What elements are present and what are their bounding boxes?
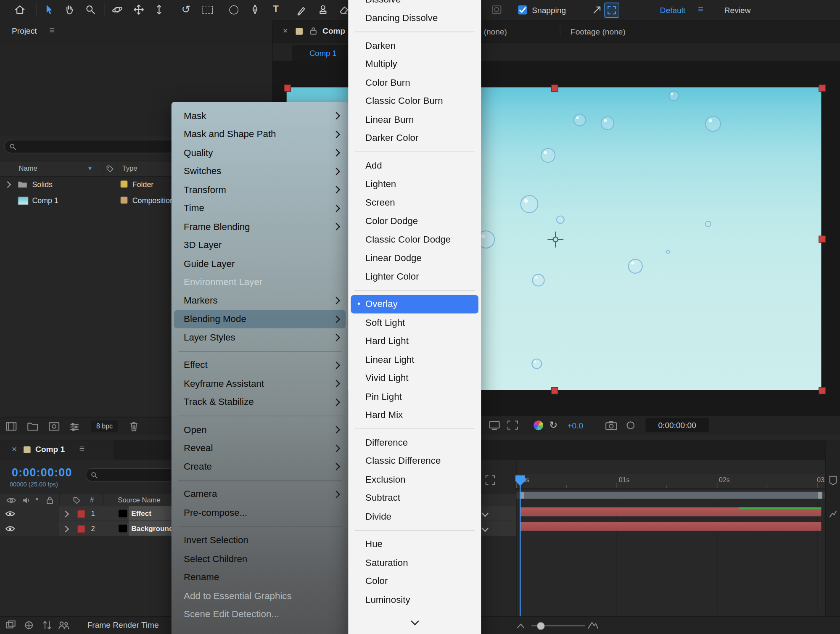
blend-mode-item[interactable]: Pin Light bbox=[351, 387, 478, 406]
shape-tool-button[interactable] bbox=[227, 3, 240, 16]
blend-mode-item[interactable]: Darken bbox=[351, 37, 478, 55]
blend-mode-item[interactable]: Difference bbox=[351, 433, 478, 452]
type-tool-button[interactable]: T bbox=[269, 2, 283, 16]
layer-menu-item[interactable]: Camera bbox=[172, 485, 348, 504]
layer-menu-item[interactable]: Switches bbox=[172, 162, 348, 180]
layer-menu-item[interactable]: Mask bbox=[172, 107, 348, 125]
workspace-menu-button[interactable]: ≡ bbox=[698, 4, 703, 16]
layer-menu-item[interactable]: Pre-compose... bbox=[172, 504, 348, 522]
blend-mode-item[interactable]: Screen bbox=[351, 193, 478, 212]
comp-marker-icon[interactable] bbox=[829, 476, 837, 486]
graph-editor-icon[interactable] bbox=[829, 510, 837, 518]
pen-tool-button[interactable] bbox=[248, 3, 262, 16]
brush-tool-button[interactable] bbox=[295, 3, 309, 16]
snapshot-camera-icon[interactable] bbox=[605, 420, 618, 431]
timeline-search-input[interactable] bbox=[86, 468, 175, 482]
selection-handle-bottom-right[interactable] bbox=[819, 387, 826, 394]
blend-mode-item[interactable]: Divide bbox=[351, 507, 478, 526]
blend-mode-item[interactable]: Hard Mix bbox=[351, 406, 478, 424]
source-name-column-header[interactable]: Source Name bbox=[118, 496, 160, 504]
layer-color-chip[interactable] bbox=[77, 525, 85, 533]
layer-menu-item[interactable]: Markers bbox=[172, 291, 348, 310]
work-area-end-handle[interactable] bbox=[818, 492, 822, 499]
panel-menu-button[interactable]: ≡ bbox=[49, 25, 55, 36]
blend-mode-item[interactable]: Hard Light bbox=[351, 332, 478, 350]
zoom-in-mountain-icon[interactable] bbox=[587, 620, 599, 630]
new-composition-icon[interactable] bbox=[48, 421, 60, 432]
show-snapshot-icon[interactable] bbox=[625, 420, 637, 431]
layer-menu-item[interactable]: Add to Essential Graphics bbox=[172, 586, 348, 605]
layer-menu-item[interactable]: Effect bbox=[172, 356, 348, 375]
layer-menu-item[interactable]: Create bbox=[172, 457, 348, 476]
zoom-tool-button[interactable] bbox=[84, 3, 98, 16]
bit-depth-button[interactable]: 8 bpc bbox=[91, 420, 118, 432]
submenu-scroll-down[interactable] bbox=[348, 614, 481, 628]
layer-menu-item[interactable]: Time bbox=[172, 199, 348, 217]
panel-menu-button[interactable]: ≡ bbox=[79, 444, 85, 454]
blend-mode-item[interactable]: Linear Dodge bbox=[351, 249, 478, 267]
layer-menu-item[interactable]: Guide Layer bbox=[172, 254, 348, 273]
layer-menu-item[interactable]: Mask and Shape Path bbox=[172, 125, 348, 144]
label-color-chip[interactable] bbox=[121, 197, 128, 204]
selection-handle-top-left[interactable] bbox=[284, 85, 291, 92]
composition-panel-tab[interactable]: Comp bbox=[322, 26, 345, 35]
expand-layers-icon[interactable] bbox=[5, 620, 16, 630]
blend-mode-item[interactable]: Darker Color bbox=[351, 129, 478, 147]
snap-along-edges-button[interactable] bbox=[590, 3, 604, 16]
interpret-footage-icon[interactable] bbox=[5, 421, 17, 432]
selection-handle-mid-right[interactable] bbox=[819, 236, 826, 243]
footage-panel-tab[interactable]: Footage (none) bbox=[571, 27, 626, 36]
blend-mode-item[interactable]: Saturation bbox=[351, 553, 478, 572]
layer-menu-item[interactable]: Blending Mode bbox=[174, 310, 346, 328]
timeline-current-time[interactable]: 0:00:00:00 bbox=[12, 466, 72, 479]
collaborators-icon[interactable] bbox=[58, 620, 70, 630]
dolly-camera-tool-button[interactable] bbox=[152, 3, 166, 16]
close-icon[interactable]: × bbox=[12, 445, 17, 454]
workspace-review[interactable]: Review bbox=[724, 5, 751, 15]
viewer-time-display[interactable]: 0:00:00:00 bbox=[645, 418, 708, 432]
disclosure-chevron-icon[interactable] bbox=[5, 182, 10, 187]
work-area-bar[interactable] bbox=[523, 492, 819, 499]
snapping-checkbox[interactable] bbox=[518, 5, 528, 15]
column-name-header[interactable]: Name bbox=[19, 164, 37, 172]
video-eye-icon[interactable] bbox=[5, 510, 15, 517]
orbit-camera-tool-button[interactable] bbox=[110, 3, 124, 16]
hand-tool-button[interactable] bbox=[63, 3, 77, 16]
zoom-out-mountain-icon[interactable] bbox=[516, 622, 525, 629]
new-folder-icon[interactable] bbox=[27, 421, 39, 432]
blend-mode-item[interactable]: Dancing Dissolve bbox=[351, 9, 478, 27]
blend-mode-item[interactable]: Luminosity bbox=[351, 590, 478, 609]
blend-mode-item[interactable]: Vivid Light bbox=[351, 369, 478, 387]
layer-menu-item[interactable]: Frame Blending bbox=[172, 217, 348, 236]
preview-monitor-icon[interactable] bbox=[489, 420, 500, 431]
blend-mode-item[interactable]: Multiply bbox=[351, 55, 478, 74]
blend-mode-item[interactable]: Color Dodge bbox=[351, 212, 478, 230]
blend-mode-item[interactable]: Classic Color Burn bbox=[351, 92, 478, 111]
selection-handle-bottom-center[interactable] bbox=[551, 387, 558, 394]
trash-icon[interactable] bbox=[129, 420, 139, 432]
column-type-header[interactable]: Type bbox=[122, 164, 137, 172]
comp1-view-tab[interactable]: Comp 1 bbox=[292, 45, 354, 61]
pan-camera-tool-button[interactable] bbox=[132, 3, 145, 16]
mask-visibility-button[interactable] bbox=[490, 3, 504, 16]
selection-handle-top-right[interactable] bbox=[819, 85, 826, 92]
layer-expand-chevron[interactable] bbox=[63, 527, 68, 531]
layer-bar-2[interactable] bbox=[520, 522, 821, 531]
layer-menu-item[interactable]: Layer Styles bbox=[172, 328, 348, 347]
close-tab-button[interactable]: × bbox=[283, 26, 288, 36]
layer-panel-tab[interactable]: (none) bbox=[484, 27, 507, 36]
blend-mode-item[interactable]: Color Burn bbox=[351, 74, 478, 92]
channel-color-wheel-icon[interactable] bbox=[534, 420, 543, 430]
camera-region-tool-button[interactable] bbox=[201, 3, 214, 16]
layer-menu-item[interactable]: Keyframe Assistant bbox=[172, 375, 348, 393]
clone-stamp-tool-button[interactable] bbox=[316, 3, 330, 16]
adjustment-icon[interactable] bbox=[69, 421, 80, 432]
zoom-slider-knob[interactable] bbox=[537, 622, 545, 630]
comp-marker-bin-icon[interactable] bbox=[485, 475, 495, 485]
blend-mode-item[interactable]: Color bbox=[351, 572, 478, 590]
blend-mode-item[interactable]: Subtract bbox=[351, 489, 478, 507]
workspace-selector[interactable]: Default bbox=[660, 5, 686, 15]
exposure-value[interactable]: +0.0 bbox=[567, 421, 583, 431]
layer-menu-item[interactable]: Transform bbox=[172, 180, 348, 199]
layer-expand-chevron[interactable] bbox=[63, 512, 68, 516]
